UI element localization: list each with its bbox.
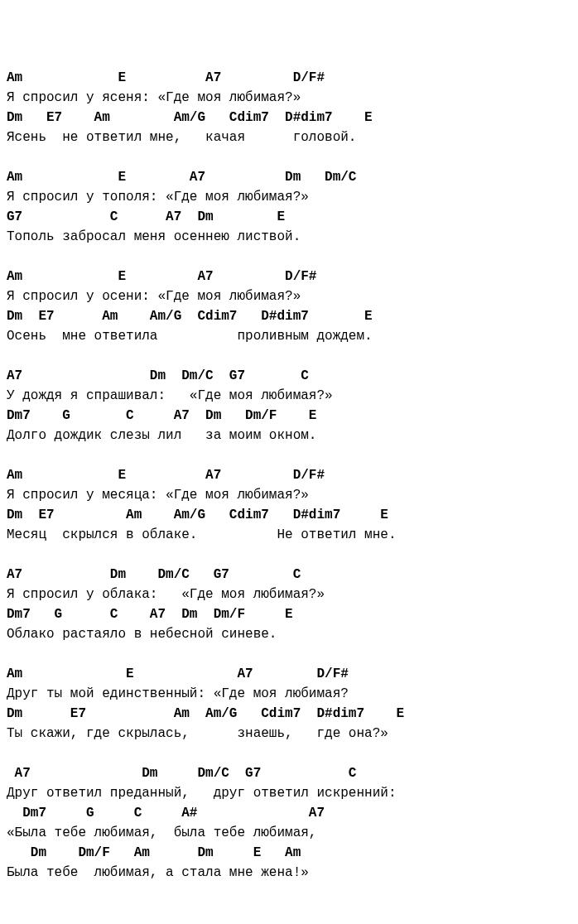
stanza: A7 Dm Dm/C G7 CУ дождя я спрашивал: «Где…	[7, 366, 571, 445]
stanza: Am E A7 D/F#Я спросил у месяца: «Где моя…	[7, 465, 571, 545]
lyric-line: Я спросил у облака: «Где моя любимая?»	[7, 585, 571, 604]
lyric-line: Ясень не ответил мне, качая головой.	[7, 128, 571, 147]
lyric-line: Друг ты мой единственный: «Где моя любим…	[7, 684, 571, 704]
lyric-line: Я спросил у месяца: «Где моя любимая?»	[7, 485, 571, 505]
chord-line: Dm7 G C A# A7	[7, 803, 571, 823]
chord-line: Am E A7 D/F#	[7, 267, 571, 286]
stanza: Am E A7 D/F#Друг ты мой единственный: «Г…	[7, 664, 571, 744]
stanza: Am E A7 D/F#Я спросил у осени: «Где моя …	[7, 267, 571, 346]
chord-line: Dm E7 Am Am/G Cdim7 D#dim7 E	[7, 704, 571, 724]
stanza: Am E A7 Dm Dm/CЯ спросил у тополя: «Где …	[7, 167, 571, 247]
lyric-line: Друг ответил преданный, друг ответил иск…	[7, 783, 571, 803]
lyric-line: Я спросил у ясеня: «Где моя любимая?»	[7, 88, 571, 108]
chord-lyrics-sheet: Am E A7 D/F#Я спросил у ясеня: «Где моя …	[7, 68, 571, 883]
chord-line: Dm E7 Am Am/G Cdim7 D#dim7 E	[7, 108, 571, 128]
lyric-line: Тополь забросал меня осеннею листвой.	[7, 227, 571, 247]
lyric-line: Я спросил у тополя: «Где моя любимая?»	[7, 187, 571, 207]
lyric-line: Ты скажи, где скрылась, знаешь, где она?…	[7, 724, 571, 744]
chord-line: G7 C A7 Dm E	[7, 207, 571, 227]
lyric-line: Месяц скрылся в облаке. Не ответил мне.	[7, 525, 571, 545]
chord-line: Am E A7 D/F#	[7, 68, 571, 88]
chord-line: Dm E7 Am Am/G Cdim7 D#dim7 E	[7, 306, 571, 326]
chord-line: A7 Dm Dm/C G7 C	[7, 763, 571, 783]
chord-line: Am E A7 D/F#	[7, 465, 571, 485]
chord-line: Dm E7 Am Am/G Cdim7 D#dim7 E	[7, 505, 571, 525]
lyric-line: «Была тебе любимая, была тебе любимая,	[7, 823, 571, 843]
chord-line: Dm Dm/F Am Dm E Am	[7, 843, 571, 863]
lyric-line: Я спросил у осени: «Где моя любимая?»	[7, 286, 571, 306]
chord-line: Dm7 G C A7 Dm Dm/F E	[7, 604, 571, 624]
chord-line: Dm7 G C A7 Dm Dm/F E	[7, 406, 571, 426]
stanza: A7 Dm Dm/C G7 CДруг ответил преданный, д…	[7, 763, 571, 883]
chord-line: Am E A7 Dm Dm/C	[7, 167, 571, 187]
chord-line: A7 Dm Dm/C G7 C	[7, 366, 571, 386]
chord-line: A7 Dm Dm/C G7 C	[7, 565, 571, 585]
lyric-line: Облако растаяло в небесной синеве.	[7, 624, 571, 644]
lyric-line: У дождя я спрашивал: «Где моя любимая?»	[7, 386, 571, 406]
stanza: A7 Dm Dm/C G7 CЯ спросил у облака: «Где …	[7, 565, 571, 644]
chord-line: Am E A7 D/F#	[7, 664, 571, 684]
lyric-line: Была тебе любимая, а стала мне жена!»	[7, 863, 571, 883]
lyric-line: Долго дождик слезы лил за моим окном.	[7, 426, 571, 445]
stanza: Am E A7 D/F#Я спросил у ясеня: «Где моя …	[7, 68, 571, 147]
lyric-line: Осень мне ответила проливным дождем.	[7, 326, 571, 346]
